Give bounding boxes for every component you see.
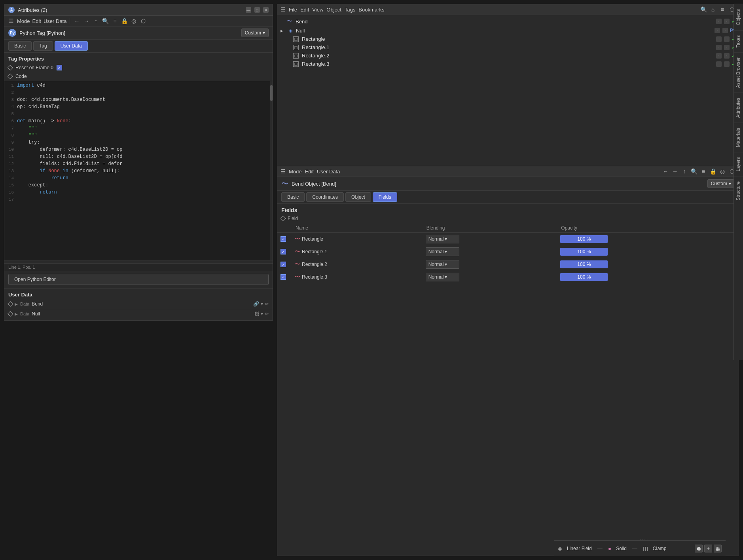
objects-bookmarks-menu[interactable]: Bookmarks bbox=[358, 7, 384, 13]
bend-lock-icon[interactable]: · bbox=[724, 19, 730, 24]
field-rect-blending-dropdown[interactable]: Normal ▾ bbox=[426, 235, 459, 243]
record-button[interactable]: ⏺ bbox=[695, 545, 703, 552]
attr-filter-icon[interactable]: ≡ bbox=[700, 168, 707, 175]
preset-dropdown[interactable]: Custom ▾ bbox=[241, 28, 269, 37]
horizontal-scrollbar[interactable] bbox=[4, 260, 273, 263]
tab-attr-coordinates[interactable]: Coordinates bbox=[306, 192, 344, 202]
field-rect1-checkbox[interactable]: ✓ bbox=[281, 249, 286, 254]
objects-object-menu[interactable]: Object bbox=[326, 7, 341, 13]
forward-icon[interactable]: → bbox=[83, 17, 90, 25]
obj-row-rectangle[interactable]: □ Rectangle · · ✓ bbox=[277, 35, 739, 43]
code-editor[interactable]: 1 import c4d 2 3 doc: c4d.documents.Base… bbox=[4, 81, 273, 260]
null-dot-icon[interactable]: · bbox=[715, 28, 720, 33]
rect1-dot-icon[interactable]: · bbox=[716, 45, 722, 50]
field-rect3-opacity-bar[interactable]: 100 % bbox=[560, 273, 608, 281]
obj-row-rectangle1[interactable]: □ Rectangle.1 · · ✓ bbox=[277, 43, 739, 51]
field-rect2-checkbox[interactable]: ✓ bbox=[281, 262, 286, 267]
rect2-lock-icon[interactable]: · bbox=[724, 53, 730, 59]
field-rect2-opacity-bar[interactable]: 100 % bbox=[560, 260, 608, 268]
obj-row-rectangle2[interactable]: □ Rectangle.2 · · ✓ bbox=[277, 51, 739, 60]
rect-lock-icon[interactable]: · bbox=[724, 36, 730, 42]
tab-tag[interactable]: Tag bbox=[33, 41, 53, 51]
side-tab-materials[interactable]: Materials bbox=[734, 123, 743, 152]
bend-expand-icon[interactable]: ▶ bbox=[15, 302, 18, 306]
minimize-button[interactable]: — bbox=[246, 7, 251, 13]
attr-hamburger-icon[interactable]: ☰ bbox=[281, 168, 286, 175]
field-rect1-check-cell: ✓ bbox=[277, 245, 292, 258]
attr-up-icon[interactable]: ↑ bbox=[681, 168, 688, 175]
side-tab-objects[interactable]: Objects bbox=[734, 4, 743, 30]
attr-search-icon[interactable]: 🔍 bbox=[690, 168, 698, 175]
field-rect3-blending-dropdown[interactable]: Normal ▾ bbox=[426, 273, 459, 281]
obj-row-bend[interactable]: 〜 Bend · · ✓ bbox=[277, 17, 739, 26]
filter-icon[interactable]: ≡ bbox=[111, 17, 118, 25]
field-rect1-opacity-bar[interactable]: 100 % bbox=[560, 248, 608, 256]
user-data-menu[interactable]: User Data bbox=[44, 18, 67, 24]
rect1-lock-icon[interactable]: · bbox=[724, 45, 730, 50]
tab-attr-object[interactable]: Object bbox=[345, 192, 371, 202]
add-button[interactable]: + bbox=[704, 545, 712, 552]
mode-menu[interactable]: Mode bbox=[17, 18, 30, 24]
objects-search-icon[interactable]: 🔍 bbox=[700, 6, 707, 13]
side-tab-layers[interactable]: Layers bbox=[734, 152, 743, 176]
tab-basic[interactable]: Basic bbox=[8, 41, 32, 51]
search-icon[interactable]: 🔍 bbox=[102, 17, 109, 25]
rect-dot-icon[interactable]: · bbox=[716, 36, 722, 42]
lock-icon[interactable]: 🔒 bbox=[121, 17, 128, 25]
edit-menu[interactable]: Edit bbox=[32, 18, 41, 24]
rect2-dot-icon[interactable]: · bbox=[716, 53, 722, 59]
null-lock-icon[interactable]: · bbox=[722, 28, 728, 33]
rect3-dot-icon[interactable]: · bbox=[716, 61, 722, 67]
null-link-icon[interactable]: 🖼 bbox=[254, 311, 259, 317]
external-icon[interactable]: ⬡ bbox=[140, 17, 147, 25]
back-icon[interactable]: ← bbox=[73, 17, 80, 25]
objects-filter-icon[interactable]: ≡ bbox=[719, 6, 726, 13]
bend-dot-icon[interactable]: · bbox=[716, 19, 722, 24]
side-tab-structure[interactable]: Structure bbox=[734, 176, 743, 205]
tab-attr-basic[interactable]: Basic bbox=[281, 192, 305, 202]
code-scrollbar-thumb[interactable] bbox=[270, 85, 273, 101]
attr-user-data-menu[interactable]: User Data bbox=[317, 169, 340, 175]
attr-back-icon[interactable]: ← bbox=[662, 168, 669, 175]
field-rect1-blending-dropdown[interactable]: Normal ▾ bbox=[426, 247, 459, 256]
close-button[interactable]: ✕ bbox=[263, 7, 269, 13]
null-dropdown-icon[interactable]: ▾ bbox=[261, 311, 263, 317]
code-scrollbar[interactable] bbox=[270, 81, 273, 260]
obj-row-null[interactable]: ▸ ◈ Null · · Py bbox=[277, 26, 739, 35]
null-expand-icon[interactable]: ▶ bbox=[15, 312, 18, 316]
objects-home-icon[interactable]: ⌂ bbox=[709, 6, 716, 13]
field-rect3-checkbox[interactable]: ✓ bbox=[281, 274, 286, 280]
attr-mode-menu[interactable]: Mode bbox=[289, 169, 302, 175]
null-edit-icon[interactable]: ✏ bbox=[265, 311, 269, 317]
obj-row-rectangle3[interactable]: □ Rectangle.3 · · ✓ bbox=[277, 60, 739, 68]
bend-edit-icon[interactable]: ✏ bbox=[265, 301, 269, 307]
objects-edit-menu[interactable]: Edit bbox=[300, 7, 309, 13]
tab-user-data[interactable]: User Data bbox=[55, 41, 88, 51]
field-rect-opacity-bar[interactable]: 100 % bbox=[560, 235, 608, 243]
objects-tags-menu[interactable]: Tags bbox=[345, 7, 355, 13]
up-icon[interactable]: ↑ bbox=[92, 17, 99, 25]
field-rect2-blending-dropdown[interactable]: Normal ▾ bbox=[426, 260, 459, 269]
bend-link-icon[interactable]: 🔗 bbox=[253, 301, 259, 307]
objects-hamburger-icon[interactable]: ☰ bbox=[281, 6, 286, 13]
field-rect-checkbox[interactable]: ✓ bbox=[281, 236, 286, 242]
objects-view-menu[interactable]: View bbox=[312, 7, 323, 13]
reset-checkbox[interactable]: ✓ bbox=[57, 65, 62, 70]
attr-preset-dropdown[interactable]: Custom ▾ bbox=[707, 179, 735, 188]
side-tab-asset-browser[interactable]: Asset Browser bbox=[734, 52, 743, 93]
hamburger-icon[interactable]: ☰ bbox=[8, 17, 15, 25]
target-icon[interactable]: ◎ bbox=[130, 17, 137, 25]
bend-dropdown-icon[interactable]: ▾ bbox=[261, 301, 263, 307]
attr-target-icon[interactable]: ◎ bbox=[719, 168, 726, 175]
attr-lock-icon[interactable]: 🔒 bbox=[709, 168, 716, 175]
side-tab-attributes[interactable]: Attributes bbox=[734, 93, 743, 123]
attr-forward-icon[interactable]: → bbox=[671, 168, 679, 175]
options-button[interactable]: ▦ bbox=[714, 545, 722, 552]
rect3-lock-icon[interactable]: · bbox=[724, 61, 730, 67]
open-python-editor-button[interactable]: Open Python Editor bbox=[8, 274, 269, 285]
side-tab-takes[interactable]: Takes bbox=[734, 30, 743, 52]
tab-attr-fields[interactable]: Fields bbox=[373, 192, 397, 202]
maximize-button[interactable]: □ bbox=[254, 7, 260, 13]
objects-file-menu[interactable]: File bbox=[289, 7, 297, 13]
attr-edit-menu[interactable]: Edit bbox=[305, 169, 314, 175]
